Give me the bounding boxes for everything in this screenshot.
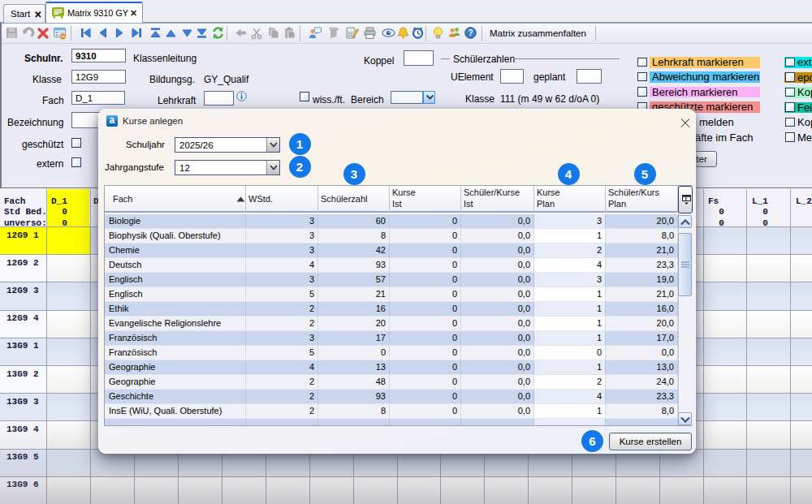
svg-text:?: ?: [468, 28, 473, 37]
